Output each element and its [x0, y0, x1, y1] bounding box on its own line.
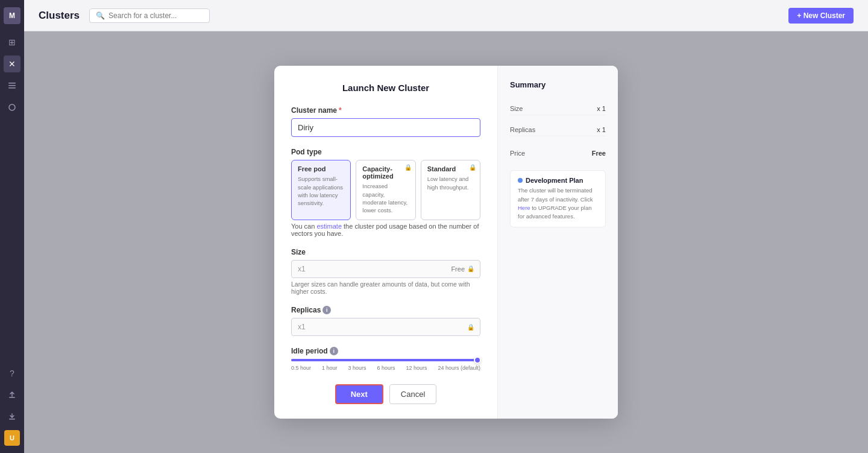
main-content: Launch New Cluster Cluster name * Pod ty… [24, 31, 868, 453]
replicas-lock-icon: 🔒 [467, 323, 474, 330]
dev-plan-dot [518, 178, 523, 183]
user-badge[interactable]: U [4, 430, 20, 446]
sidebar: M ⊞ ✕ ? U [0, 0, 24, 453]
sidebar-icon-download[interactable] [4, 408, 20, 425]
summary-size-row: Size x 1 [510, 103, 606, 115]
dev-plan-text: The cluster will be terminated after 7 d… [518, 186, 598, 221]
svg-rect-0 [8, 83, 16, 84]
svg-rect-5 [9, 419, 15, 420]
lock-icon-standard: 🔒 [469, 164, 476, 171]
free-pod-desc: Supports small-scale applications with l… [298, 175, 344, 207]
summary-size-value: x 1 [597, 105, 606, 112]
replicas-select[interactable]: x1 [291, 318, 480, 336]
summary-replicas-row: Replicas x 1 [510, 124, 606, 136]
next-button[interactable]: Next [335, 384, 383, 404]
idle-period-info-icon[interactable]: i [330, 347, 338, 355]
cluster-name-input[interactable] [291, 118, 480, 137]
replicas-label: Replicas i [291, 306, 480, 314]
size-label: Size [291, 248, 480, 256]
dev-plan-link[interactable]: Here [518, 204, 530, 211]
estimate-link[interactable]: estimate [316, 223, 342, 230]
button-row: Next Cancel [291, 384, 480, 404]
capacity-pod-title: Capacity-optimized [362, 165, 409, 180]
svg-rect-2 [8, 87, 16, 89]
estimate-text: You can estimate the cluster pod usage b… [291, 223, 480, 237]
dev-plan-title: Development Plan [518, 177, 598, 184]
summary-size-label: Size [510, 105, 523, 112]
pod-type-label: Pod type [291, 148, 480, 156]
summary-price-label: Price [510, 150, 525, 157]
pod-card-standard[interactable]: 🔒 Standard Low latency and high throughp… [421, 160, 480, 220]
dev-plan-card: Development Plan The cluster will be ter… [510, 170, 606, 227]
sidebar-icon-list[interactable] [4, 77, 20, 94]
header: Clusters 🔍 + New Cluster [24, 0, 868, 31]
replicas-badge: 🔒 [467, 323, 474, 330]
sidebar-icon-upload[interactable] [4, 387, 20, 404]
svg-rect-1 [8, 85, 16, 86]
sidebar-icon-active[interactable]: ✕ [4, 55, 20, 72]
cluster-name-label: Cluster name * [291, 106, 480, 115]
sidebar-bottom: ? U [4, 365, 20, 446]
pod-card-free[interactable]: Free pod Supports small-scale applicatio… [291, 160, 351, 220]
pod-type-grid: Free pod Supports small-scale applicatio… [291, 160, 480, 220]
modal-title: Launch New Cluster [291, 83, 480, 93]
summary-panel: Summary Size x 1 Replicas x 1 Price Free [497, 66, 618, 418]
modal-form: Launch New Cluster Cluster name * Pod ty… [274, 66, 497, 418]
summary-title: Summary [510, 80, 606, 89]
replicas-info-icon[interactable]: i [322, 306, 331, 314]
required-indicator: * [339, 106, 342, 115]
lock-icon-capacity: 🔒 [404, 164, 412, 171]
replicas-select-wrapper: x1 🔒 [291, 318, 480, 336]
slider-labels: 0.5 hour 1 hour 3 hours 6 hours 12 hours… [291, 365, 480, 371]
standard-pod-desc: Low latency and high throughput. [427, 175, 474, 191]
summary-price-value: Free [592, 150, 606, 157]
sidebar-logo[interactable]: M [4, 7, 20, 24]
search-input[interactable] [108, 11, 199, 20]
sidebar-icon-circle[interactable] [4, 99, 20, 116]
summary-replicas-value: x 1 [597, 126, 606, 133]
help-icon[interactable]: ? [4, 365, 20, 382]
summary-replicas-label: Replicas [510, 126, 535, 133]
svg-point-3 [9, 104, 15, 110]
launch-cluster-modal: Launch New Cluster Cluster name * Pod ty… [274, 66, 618, 418]
slider-track [291, 359, 480, 361]
search-icon: 🔍 [96, 11, 105, 20]
pod-type-field: Pod type Free pod Supports small-scale a… [291, 148, 480, 236]
cancel-button[interactable]: Cancel [389, 384, 436, 404]
size-badge: Free 🔒 [451, 265, 474, 273]
capacity-pod-desc: Increased capacity, moderate latency, lo… [362, 182, 409, 214]
idle-period-field: Idle period i 0.5 hour 1 hour 3 hours 6 … [291, 347, 480, 371]
summary-price-row: Price Free [510, 145, 606, 159]
modal-overlay: Launch New Cluster Cluster name * Pod ty… [24, 31, 868, 453]
idle-period-slider-container: 0.5 hour 1 hour 3 hours 6 hours 12 hours… [291, 359, 480, 371]
idle-period-label: Idle period i [291, 347, 480, 355]
search-bar[interactable]: 🔍 [89, 8, 210, 23]
sidebar-icon-grid[interactable]: ⊞ [4, 34, 20, 51]
cluster-name-field: Cluster name * [291, 106, 480, 137]
free-pod-title: Free pod [298, 165, 344, 173]
size-select-wrapper: x1 Free 🔒 [291, 260, 480, 278]
size-field: Size x1 Free 🔒 Larger sizes can handle g… [291, 248, 480, 295]
svg-rect-4 [9, 397, 15, 398]
size-lock-icon: 🔒 [467, 265, 474, 272]
page-title: Clusters [39, 10, 80, 22]
pod-card-capacity[interactable]: 🔒 Capacity-optimized Increased capacity,… [356, 160, 415, 220]
slider-thumb[interactable] [474, 356, 481, 364]
new-cluster-button[interactable]: + New Cluster [788, 8, 854, 24]
standard-pod-title: Standard [427, 165, 474, 173]
slider-fill [291, 359, 480, 361]
size-hint: Larger sizes can handle greater amounts … [291, 280, 480, 295]
replicas-field: Replicas i x1 🔒 [291, 306, 480, 336]
